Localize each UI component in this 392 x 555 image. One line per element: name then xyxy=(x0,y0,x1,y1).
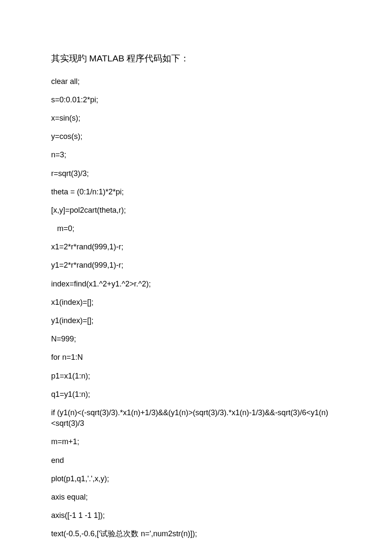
code-line: p1=x1(1:n); xyxy=(51,371,341,382)
code-line: n=3; xyxy=(51,150,341,160)
code-line: end xyxy=(51,455,341,466)
code-line: x1=2*r*rand(999,1)-r; xyxy=(51,242,341,252)
heading-prefix: 其实现旳 xyxy=(51,53,89,64)
code-line: N=999; xyxy=(51,334,341,344)
code-line: y=cos(s); xyxy=(51,131,341,142)
code-line: theta = (0:1/n:1)*2*pi; xyxy=(51,187,341,197)
code-line: index=find(x1.^2+y1.^2>r.^2); xyxy=(51,279,341,289)
code-line: axis equal; xyxy=(51,492,341,503)
code-line: [x,y]=pol2cart(theta,r); xyxy=(51,205,341,216)
code-line: text(-0.5,-0.6,['试验总次数 n=',num2str(n)]); xyxy=(51,529,341,539)
code-line: plot(p1,q1,'.',x,y); xyxy=(51,474,341,484)
code-line: clear all; xyxy=(51,76,341,87)
heading-suffix: 程序代码如下： xyxy=(124,53,189,64)
code-line: q1=y1(1:n); xyxy=(51,389,341,400)
code-line: s=0:0.01:2*pi; xyxy=(51,95,341,105)
document-page: 其实现旳 MATLAB 程序代码如下： clear all; s=0:0.01:… xyxy=(0,0,392,555)
code-line: r=sqrt(3)/3; xyxy=(51,168,341,179)
code-line: if (y1(n)<(-sqrt(3)/3).*x1(n)+1/3)&&(y1(… xyxy=(51,408,341,429)
code-line: m=m+1; xyxy=(51,436,341,447)
code-line: m=0; xyxy=(51,223,341,234)
heading-latin: MATLAB xyxy=(89,53,124,63)
code-line: y1(index)=[]; xyxy=(51,315,341,326)
code-line: x1(index)=[]; xyxy=(51,297,341,308)
code-line: y1=2*r*rand(999,1)-r; xyxy=(51,260,341,271)
code-line: axis([-1 1 -1 1]); xyxy=(51,510,341,521)
code-line: for n=1:N xyxy=(51,352,341,363)
code-line: x=sin(s); xyxy=(51,113,341,124)
section-heading: 其实现旳 MATLAB 程序代码如下： xyxy=(51,51,341,66)
